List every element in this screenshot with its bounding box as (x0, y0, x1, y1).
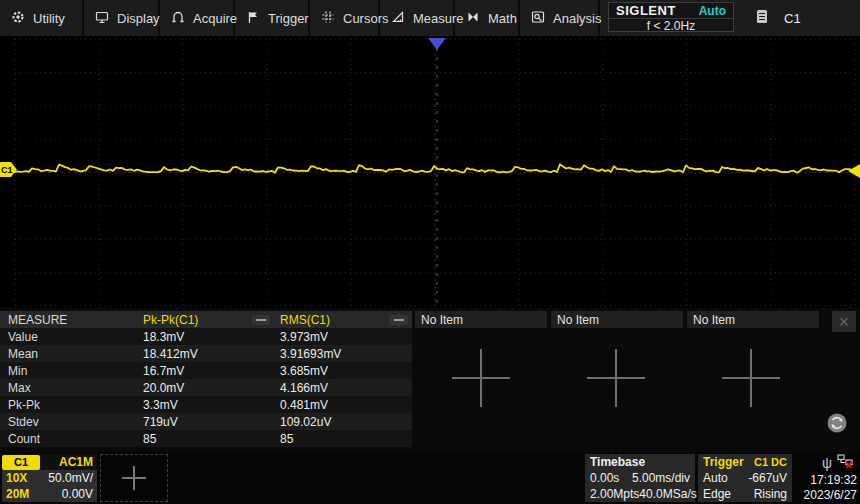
usb-icon: ψ (822, 457, 832, 469)
system-date: 2023/6/27 (804, 488, 857, 502)
menu-analysis[interactable]: Analysis (520, 0, 600, 36)
acquisition-mode-badge: Auto (699, 4, 726, 18)
channel-settings: 10X 50.0mV/ 20M 0.00V (2, 470, 97, 502)
trigger-mode: Auto (703, 471, 728, 485)
trigger-flag-icon (246, 10, 260, 27)
measure-statistics-table: Value 18.3mV 3.973mV Mean 18.412mV 3.916… (0, 328, 412, 447)
probe-attenuation: 10X (6, 471, 27, 485)
menu-utility[interactable]: Utility (0, 0, 84, 36)
top-menu-bar: Utility Display Acquire Trigger (0, 0, 860, 36)
trigger-level-marker[interactable] (848, 164, 860, 178)
sample-rate: 40.0MSa/s (639, 487, 696, 501)
remove-measurement-2-button[interactable] (390, 315, 408, 325)
table-row: Max 20.0mV 4.166mV (0, 379, 412, 396)
menu-math[interactable]: Math (455, 0, 520, 36)
timebase-descriptor-box[interactable]: Timebase 0.00s 5.00ms/div 2.00Mpts 40.0M… (585, 454, 695, 502)
trigger-type: Edge (703, 487, 731, 501)
menu-label: Utility (33, 11, 65, 26)
menu-display[interactable]: Display (84, 0, 160, 36)
menu-measure[interactable]: Measure (380, 0, 455, 36)
waveform-display[interactable]: C1 (0, 36, 860, 308)
trigger-descriptor-box[interactable]: Trigger C1 DC Auto -667uV Edge Rising (698, 454, 792, 502)
table-row: Value 18.3mV 3.973mV (0, 328, 412, 345)
trigger-position-marker[interactable] (428, 38, 446, 50)
timebase-delay: 0.00s (590, 471, 619, 485)
menu-label: Display (117, 11, 160, 26)
channel-row-1: C1 AC1M (2, 454, 97, 470)
lan-disconnected-icon (837, 454, 853, 471)
menu-cursors[interactable]: Cursors (310, 0, 380, 36)
bottom-status-bar: C1 AC1M 10X 50.0mV/ 20M 0.00V Timebase 0… (0, 452, 860, 504)
measure-panel: MEASURE Pk-Pk(C1) RMS(C1) No Item No Ite… (0, 308, 860, 452)
measure-slot-empty-3[interactable]: No Item (687, 311, 819, 328)
measure-slot-empty-2[interactable]: No Item (551, 311, 683, 328)
channel-name-badge: C1 (2, 455, 40, 470)
trigger-frequency: f < 2.0Hz (609, 19, 733, 33)
system-clock-area: ψ 17:19:32 2023/6/27 (794, 454, 858, 502)
close-measure-panel-button[interactable]: × (832, 311, 856, 332)
menu-trigger[interactable]: Trigger (235, 0, 310, 36)
add-measurement-button-3[interactable] (722, 349, 780, 407)
acquire-icon (171, 10, 185, 27)
brand-row: SIGLENT Auto (609, 3, 733, 19)
channel-offset: 0.00V (62, 487, 93, 501)
waveform-trace (14, 164, 854, 172)
menu-label: Math (488, 11, 517, 26)
volts-per-div: 50.0mV/ (48, 471, 93, 485)
cursors-icon (321, 10, 335, 27)
brand-logo: SIGLENT (616, 3, 676, 18)
trigger-source: C1 DC (754, 456, 787, 468)
active-channel-indicator[interactable]: C1 (742, 0, 860, 36)
clipboard-icon (756, 9, 768, 27)
table-row: Count 85 85 (0, 430, 412, 447)
menu-acquire[interactable]: Acquire (160, 0, 235, 36)
math-icon (466, 10, 480, 27)
oscilloscope-screen: Utility Display Acquire Trigger (0, 0, 860, 504)
reset-statistics-button[interactable] (826, 412, 848, 434)
menu-label: Acquire (193, 11, 237, 26)
channel-descriptor-box[interactable]: C1 AC1M 10X 50.0mV/ 20M 0.00V (2, 454, 97, 502)
analysis-icon (531, 10, 545, 27)
graticule (0, 36, 860, 308)
status-icons: ψ (822, 454, 857, 471)
menu-label: Analysis (553, 11, 601, 26)
trigger-title: Trigger (703, 455, 744, 469)
active-channel-label: C1 (784, 11, 801, 26)
add-channel-button[interactable] (100, 454, 168, 502)
timebase-scale: 5.00ms/div (632, 471, 690, 485)
add-measurement-button-2[interactable] (587, 349, 645, 407)
measure-column-header-2[interactable]: RMS(C1) (280, 313, 330, 327)
table-row: Min 16.7mV 3.685mV (0, 362, 412, 379)
bandwidth-limit: 20M (6, 487, 29, 501)
add-measurement-button-1[interactable] (452, 349, 510, 407)
channel-coupling: AC1M (59, 455, 97, 469)
table-row: Stdev 719uV 109.02uV (0, 413, 412, 430)
trigger-level: -667uV (748, 471, 787, 485)
measure-column-header-1[interactable]: Pk-Pk(C1) (143, 313, 198, 327)
measure-slot-empty-1[interactable]: No Item (415, 311, 547, 328)
remove-measurement-1-button[interactable] (252, 315, 270, 325)
menu-label: Trigger (268, 11, 309, 26)
trigger-slope: Rising (754, 487, 787, 501)
system-time: 17:19:32 (810, 473, 857, 487)
memory-depth: 2.00Mpts (590, 487, 639, 501)
measure-title: MEASURE (8, 313, 67, 327)
menu-list: Utility Display Acquire Trigger (0, 0, 600, 36)
table-row: Mean 18.412mV 3.91693mV (0, 345, 412, 362)
measure-icon (391, 10, 405, 27)
gear-icon (11, 10, 25, 27)
display-icon (95, 10, 109, 27)
table-row: Pk-Pk 3.3mV 0.481mV (0, 396, 412, 413)
timebase-title: Timebase (590, 455, 645, 469)
acquisition-status-box[interactable]: SIGLENT Auto f < 2.0Hz (608, 2, 734, 32)
